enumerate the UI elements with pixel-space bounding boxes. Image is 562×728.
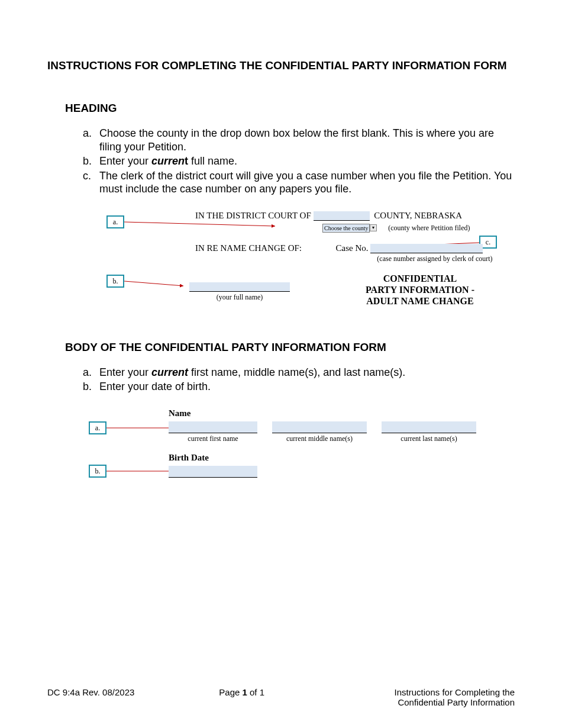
text-bolditalic: current bbox=[151, 366, 188, 378]
full-name-blank[interactable] bbox=[189, 282, 290, 292]
birth-date-label: Birth Date bbox=[169, 453, 257, 463]
last-name-blank[interactable] bbox=[382, 421, 476, 433]
text-prefix: Enter your bbox=[99, 155, 151, 167]
callout-body-b: b. bbox=[89, 465, 106, 478]
middle-name-blank[interactable] bbox=[272, 421, 367, 433]
name-label: Name bbox=[169, 408, 476, 418]
list-marker: b. bbox=[83, 380, 99, 394]
text-bolditalic: curren bbox=[151, 155, 185, 167]
heading-item-b: b. Enter your current full name. bbox=[83, 154, 515, 168]
heading-form-example: a. b. c. IN THE DISTRICT COURT OF COUNTY… bbox=[106, 211, 515, 317]
heading-item-a: a. Choose the county in the drop down bo… bbox=[83, 127, 515, 153]
page-title: INSTRUCTIONS FOR COMPLETING THE CONFIDEN… bbox=[47, 59, 515, 72]
big-title-line1: CONFIDENTIAL bbox=[337, 273, 503, 284]
list-marker: c. bbox=[83, 169, 99, 196]
callout-body-a: a. bbox=[89, 421, 106, 434]
first-name-sub: current first name bbox=[169, 434, 257, 443]
text-prefix: Enter your bbox=[99, 366, 151, 378]
county-subtext: (county where Petition filed) bbox=[388, 224, 470, 232]
footer-mid-page: 1 bbox=[242, 687, 247, 697]
callout-b: b. bbox=[106, 275, 124, 288]
in-re-label: IN RE NAME CHANGE OF: bbox=[195, 243, 302, 253]
list-marker: a. bbox=[83, 366, 99, 379]
callout-a: a. bbox=[106, 215, 124, 228]
list-marker: b. bbox=[83, 154, 99, 168]
heading-list: a. Choose the county in the drop down bo… bbox=[83, 127, 515, 196]
case-no-blank[interactable] bbox=[370, 244, 483, 253]
big-title-line3: ADULT NAME CHANGE bbox=[337, 295, 503, 307]
footer-left: DC 9:4a Rev. 08/2023 bbox=[47, 687, 134, 697]
birth-date-blank[interactable] bbox=[169, 466, 257, 478]
footer-mid-of: of bbox=[247, 687, 260, 697]
big-title-line2: PARTY INFORMATION - bbox=[337, 284, 503, 295]
body-label: BODY OF THE CONFIDENTIAL PARTY INFORMATI… bbox=[65, 341, 515, 354]
body-list: a. Enter your current first name, middle… bbox=[83, 366, 515, 394]
middle-name-sub: current middle name(s) bbox=[272, 434, 367, 443]
footer-mid: Page 1 of 1 bbox=[219, 687, 264, 697]
list-text: Choose the county in the drop down box b… bbox=[99, 127, 515, 153]
county-dropdown[interactable]: Choose the county bbox=[322, 224, 370, 233]
text-suffix: first name, middle name(s), and last nam… bbox=[188, 366, 405, 378]
footer-mid-total: 1 bbox=[260, 687, 264, 697]
list-text: The clerk of the district court will giv… bbox=[99, 169, 515, 196]
list-text: Enter your current first name, middle na… bbox=[99, 366, 515, 379]
heading-label: HEADING bbox=[65, 102, 515, 115]
text-suffix: full name. bbox=[188, 155, 237, 167]
case-no-subtext: (case number assigned by clerk of court) bbox=[358, 255, 512, 263]
svg-line-1 bbox=[124, 281, 183, 286]
footer-mid-before: Page bbox=[219, 687, 242, 697]
chevron-down-icon[interactable]: ▾ bbox=[370, 224, 377, 231]
list-text: Enter your current full name. bbox=[99, 154, 515, 168]
full-name-subtext: (your full name) bbox=[189, 293, 290, 302]
form-big-title: CONFIDENTIAL PARTY INFORMATION - ADULT N… bbox=[337, 273, 503, 307]
court-text-before: IN THE DISTRICT COURT OF bbox=[195, 211, 311, 220]
heading-item-c: c. The clerk of the district court will … bbox=[83, 169, 515, 196]
county-blank[interactable] bbox=[314, 211, 370, 221]
court-text-after: COUNTY, NEBRASKA bbox=[374, 211, 462, 220]
list-marker: a. bbox=[83, 127, 99, 153]
last-name-sub: current last name(s) bbox=[382, 434, 476, 443]
first-name-blank[interactable] bbox=[169, 421, 257, 433]
body-item-a: a. Enter your current first name, middle… bbox=[83, 366, 515, 379]
body-form-example: a. b. Name current first name current mi… bbox=[89, 408, 515, 491]
list-text: Enter your date of birth. bbox=[99, 380, 515, 394]
body-item-b: b. Enter your date of birth. bbox=[83, 380, 515, 394]
page-footer: DC 9:4a Rev. 08/2023 Page 1 of 1 Instruc… bbox=[47, 687, 515, 707]
case-no-label: Case No. bbox=[336, 243, 369, 253]
footer-right: Instructions for Completing the Confiden… bbox=[349, 687, 515, 707]
